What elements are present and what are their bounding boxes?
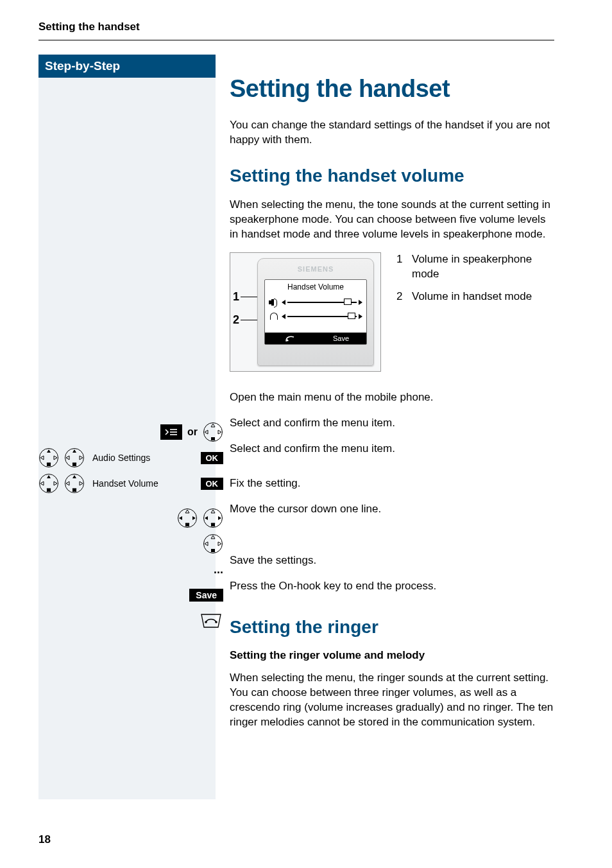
- ok-softkey: OK: [201, 452, 224, 464]
- save-softkey: Save: [189, 589, 223, 602]
- svg-marker-46: [211, 535, 215, 539]
- page-title: Setting the handset: [230, 75, 554, 103]
- screen-title: Handset Volume: [269, 282, 362, 291]
- svg-marker-34: [185, 510, 189, 513]
- phone-brand-label: SIEMENS: [258, 265, 373, 273]
- callout-number-1: 1: [233, 290, 239, 304]
- svg-marker-12: [40, 456, 44, 460]
- svg-marker-36: [179, 516, 182, 520]
- page-section-header: Setting the handset: [38, 21, 554, 40]
- callout-number-2: 2: [233, 313, 239, 327]
- svg-marker-40: [211, 510, 215, 513]
- svg-marker-42: [205, 516, 208, 520]
- diagram-legend: 1 Volume in speakerphone mode 2 Volume i…: [396, 252, 554, 312]
- svg-rect-38: [185, 523, 189, 526]
- svg-marker-48: [205, 542, 208, 546]
- svg-marker-13: [54, 456, 57, 460]
- svg-marker-28: [72, 475, 76, 478]
- svg-rect-26: [47, 489, 51, 492]
- nav-key-down-icon: [203, 534, 223, 554]
- svg-rect-32: [72, 489, 76, 492]
- svg-rect-14: [47, 463, 51, 466]
- svg-marker-49: [218, 542, 221, 546]
- svg-marker-37: [192, 516, 196, 520]
- or-label: or: [187, 426, 198, 438]
- main-content: Setting the handset You can change the s…: [230, 55, 554, 799]
- ringer-paragraph: When selecting the menu, the ringer soun…: [230, 671, 554, 730]
- step-text-3: Select and confirm the menu item.: [230, 436, 554, 462]
- menu-item-handset-volume: Handset Volume: [90, 478, 196, 489]
- step-text-8: Press the On-hook key to end the process…: [230, 573, 554, 599]
- svg-marker-18: [66, 456, 69, 460]
- svg-marker-24: [40, 482, 44, 485]
- handset-icon: [269, 313, 278, 320]
- svg-marker-6: [205, 430, 208, 434]
- svg-marker-22: [47, 475, 51, 478]
- sidebar-title: Step-by-Step: [38, 55, 216, 78]
- nav-key-icon: [203, 422, 223, 442]
- on-hook-key-icon: [199, 612, 223, 630]
- softkey-back-icon: [265, 333, 316, 344]
- svg-marker-4: [211, 424, 215, 427]
- step-icons-column: or Audio Settings OK: [38, 419, 230, 634]
- svg-marker-19: [80, 456, 83, 460]
- svg-rect-50: [211, 549, 215, 552]
- svg-marker-25: [54, 482, 57, 485]
- phone-screen: Handset Volume: [264, 279, 367, 345]
- nav-key-icon: [177, 508, 198, 528]
- svg-marker-43: [218, 516, 221, 520]
- svg-marker-30: [66, 482, 69, 485]
- phone-diagram: 1 2 SIEMENS Handset Volume: [230, 252, 381, 372]
- svg-point-51: [205, 621, 207, 623]
- step-text-6: [230, 522, 554, 548]
- svg-rect-8: [211, 437, 215, 440]
- section-heading-volume: Setting the handset volume: [230, 166, 554, 186]
- step-text-5: Move the cursor down one line.: [230, 496, 554, 522]
- legend-num-1: 1: [396, 252, 405, 282]
- ok-softkey: OK: [201, 478, 224, 490]
- menu-key-icon: [160, 424, 182, 440]
- svg-marker-16: [72, 449, 76, 453]
- step-text-4: Fix the setting.: [230, 471, 554, 496]
- nav-key-icon: [38, 447, 59, 468]
- intro-paragraph: You can change the standard settings of …: [230, 118, 554, 148]
- speaker-icon: [269, 299, 278, 306]
- nav-key-icon: [38, 473, 59, 494]
- volume-bar-speaker: [282, 299, 362, 306]
- svg-marker-7: [218, 430, 221, 434]
- step-text-2: Select and confirm the menu item.: [230, 410, 554, 436]
- softkey-save: Save: [316, 333, 366, 344]
- nav-key-icon: [64, 447, 85, 468]
- nav-key-icon: [203, 508, 223, 528]
- ellipsis-icon: ...: [214, 563, 223, 577]
- legend-num-2: 2: [396, 290, 405, 304]
- svg-rect-20: [72, 463, 76, 466]
- legend-text-2: Volume in handset mode: [412, 290, 532, 304]
- nav-key-icon: [64, 473, 85, 494]
- step-text-7: Save the settings.: [230, 548, 554, 573]
- sidebar: Step-by-Step or: [38, 55, 216, 799]
- svg-marker-10: [47, 449, 51, 453]
- legend-text-1: Volume in speakerphone mode: [412, 252, 554, 282]
- subsection-heading-ringer: Setting the ringer volume and melody: [230, 649, 554, 662]
- section-heading-ringer: Setting the ringer: [230, 617, 554, 638]
- menu-item-audio-settings: Audio Settings: [90, 453, 196, 463]
- step-text-1: Open the main menu of the mobile phone.: [230, 385, 554, 410]
- volume-paragraph: When selecting the menu, the tone sounds…: [230, 198, 554, 242]
- volume-bar-handset: [282, 313, 362, 320]
- svg-point-52: [215, 621, 217, 623]
- svg-rect-44: [211, 523, 215, 526]
- page-number: 18: [38, 833, 51, 846]
- svg-marker-31: [80, 482, 83, 485]
